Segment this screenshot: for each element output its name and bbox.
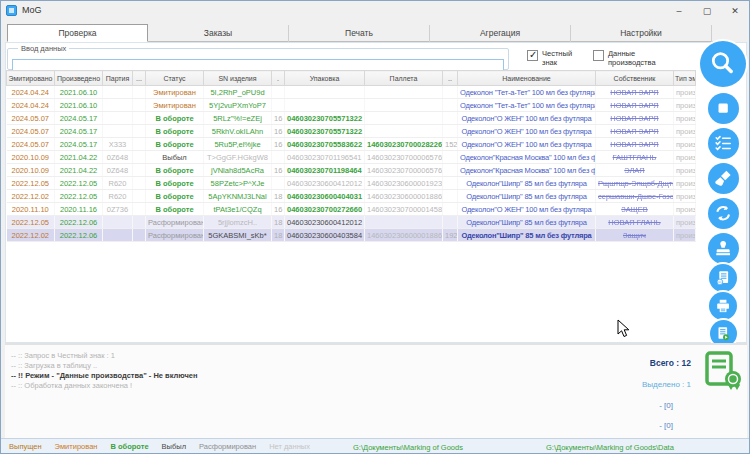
- table-row[interactable]: 2024.04.242021.06.10Эмитирован5I,2RhP_oP…: [7, 86, 696, 99]
- cell: 046030230600412012: [285, 216, 365, 229]
- cell: Одеколон"Шипр" 85 мл без футляра: [458, 229, 596, 242]
- column-header[interactable]: ...: [133, 71, 146, 86]
- cell: Одеколон"Красная Москва" 100 мл без футл…: [458, 164, 596, 177]
- certificate-icon: [703, 351, 743, 393]
- cell: [272, 86, 285, 99]
- cell: 2022.12.05: [7, 216, 55, 229]
- cell: произво...: [674, 125, 696, 138]
- table-row[interactable]: 2020.11.102020.11.160Z736В оборотеtPAt3e…: [7, 203, 696, 216]
- checkbox-checked-icon[interactable]: [527, 50, 538, 61]
- legend-item: Расформирован: [199, 442, 256, 451]
- cell: 5RkhV.okILAhn: [204, 125, 272, 138]
- cell: Одеколон"Шипр" 85 мл без футляра: [458, 177, 596, 190]
- broom-button[interactable]: [708, 163, 739, 194]
- column-header[interactable]: SN изделия: [204, 71, 272, 86]
- column-header[interactable]: Тип эмиссии: [674, 71, 696, 86]
- tab-Печать[interactable]: Печать: [289, 25, 430, 42]
- cell: произво...: [674, 190, 696, 203]
- minimize-button[interactable]: –: [665, 1, 693, 21]
- checkbox-unchecked-icon[interactable]: [593, 50, 604, 61]
- table-row[interactable]: 2024.04.242021.06.10Эмитирован5Yj2vuPXmY…: [7, 99, 696, 112]
- checklist-button[interactable]: [708, 128, 739, 159]
- data-entry-input[interactable]: [12, 59, 504, 71]
- cell: [443, 112, 458, 125]
- maximize-button[interactable]: ▢: [693, 1, 721, 21]
- cell: Одеколон"Шипр" 85 мл без футляра: [458, 216, 596, 229]
- column-header[interactable]: Произведено: [55, 71, 103, 86]
- column-header[interactable]: Паллета: [365, 71, 443, 86]
- honest-sign-checkbox[interactable]: Честный знак: [527, 50, 588, 67]
- cell: 5ApYKNMJ3LNal: [204, 190, 272, 203]
- table-row[interactable]: 2022.12.052022.12.05R620В обороте58PZetc…: [7, 177, 696, 190]
- total-count: Всего : 12: [561, 358, 691, 368]
- cell: 146030230700001458: [365, 203, 443, 216]
- column-header[interactable]: Статус: [146, 71, 204, 86]
- cell: tPAt3e1/CQZq: [204, 203, 272, 216]
- cell: [133, 125, 146, 138]
- column-header[interactable]: ..: [443, 71, 458, 86]
- table-row[interactable]: 2024.05.072024.05.17X333В обороте5Ru5P,e…: [7, 138, 696, 151]
- data-path: G:\Документы\Marking of Goods\Data: [546, 443, 674, 452]
- column-header[interactable]: .: [272, 71, 285, 86]
- legend-item: Выбыл: [162, 442, 186, 451]
- table-row[interactable]: 2022.12.022022.12.06Расформирован5GKABSM…: [7, 229, 696, 242]
- table-row[interactable]: 2022.12.052022.12.06Расформирован5rjjlom…: [7, 216, 696, 229]
- close-button[interactable]: ✕: [721, 1, 749, 21]
- cell: произво...: [674, 177, 696, 190]
- stop-button[interactable]: [708, 93, 739, 124]
- cell: Расформирован: [146, 216, 204, 229]
- cell: jVNlah8d5AcRa: [204, 164, 272, 177]
- table-row[interactable]: 2020.10.092021.04.220Z648В оборотеjVNlah…: [7, 164, 696, 177]
- cell: произво...: [674, 112, 696, 125]
- cell: Одеколон"Красная Москва" 100 мл без футл…: [458, 151, 596, 164]
- cell: [133, 203, 146, 216]
- production-data-checkbox[interactable]: Данные производства: [593, 50, 678, 67]
- column-header[interactable]: Упаковка: [285, 71, 365, 86]
- cell: 5Ru5P,el%jke: [204, 138, 272, 151]
- column-header[interactable]: Партия: [103, 71, 133, 86]
- cell: Защич: [596, 229, 674, 242]
- cell: 2024.04.24: [7, 99, 55, 112]
- cell: 046030230600412012: [285, 177, 365, 190]
- search-button[interactable]: [700, 41, 746, 87]
- column-header[interactable]: Наименование: [458, 71, 596, 86]
- cell: 2021.06.10: [55, 99, 103, 112]
- printer-button[interactable]: [709, 292, 737, 320]
- results-table: ЭмитированоПроизведеноПартия...СтатусSN …: [6, 70, 696, 242]
- cell: [272, 99, 285, 112]
- cell: НОВАЯ ГЛАНЬ: [596, 216, 674, 229]
- cell: В обороте: [146, 138, 204, 151]
- cell: 5rjjlomzcH..: [204, 216, 272, 229]
- cell: Одеколон"Шипр" 85 мл без футляра: [458, 190, 596, 203]
- cell: Эмитирован: [146, 86, 204, 99]
- table-body: 2024.04.242021.06.10Эмитирован5I,2RhP_oP…: [7, 86, 696, 242]
- refresh-button[interactable]: [708, 198, 739, 229]
- column-header[interactable]: Эмитировано: [7, 71, 55, 86]
- cell: 2024.05.07: [7, 112, 55, 125]
- status-bar: ВыпущенЭмитированВ оборотеВыбылРасформир…: [1, 438, 750, 454]
- tab-Заказы[interactable]: Заказы: [148, 25, 289, 42]
- stamp-button[interactable]: [708, 233, 739, 264]
- tab-Агрегация[interactable]: Агрегация: [430, 25, 571, 42]
- cell: НОВАЯ ЗАРЯ: [596, 125, 674, 138]
- report-button[interactable]: [709, 264, 737, 292]
- broom-icon: [712, 167, 734, 189]
- table-row[interactable]: 2020.10.092021.04.220Z648ВыбылT>GgGF.HGk…: [7, 151, 696, 164]
- table-row[interactable]: 2024.05.072024.05.17В обороте5RkhV.okILA…: [7, 125, 696, 138]
- tab-Проверка[interactable]: Проверка: [7, 24, 148, 42]
- cell: [133, 138, 146, 151]
- selected-count: Выделено : 1: [561, 380, 691, 389]
- table-row[interactable]: 2022.12.022022.12.05R620В обороте5ApYKNM…: [7, 190, 696, 203]
- cell: НОВАЯ ЗАРЯ: [596, 112, 674, 125]
- cell: 2021.06.10: [55, 86, 103, 99]
- cell: [133, 177, 146, 190]
- cell: 18: [272, 229, 285, 242]
- cell: 5RLz"%!=eZEj: [204, 112, 272, 125]
- column-header[interactable]: Собственник: [596, 71, 674, 86]
- tab-Настройки[interactable]: Настройки: [571, 25, 712, 42]
- cell: 16: [272, 112, 285, 125]
- cell: В обороте: [146, 125, 204, 138]
- table-row[interactable]: 2024.05.072024.05.17В обороте5RLz"%!=eZE…: [7, 112, 696, 125]
- cell: X333: [103, 138, 133, 151]
- cell: 2022.12.02: [7, 229, 55, 242]
